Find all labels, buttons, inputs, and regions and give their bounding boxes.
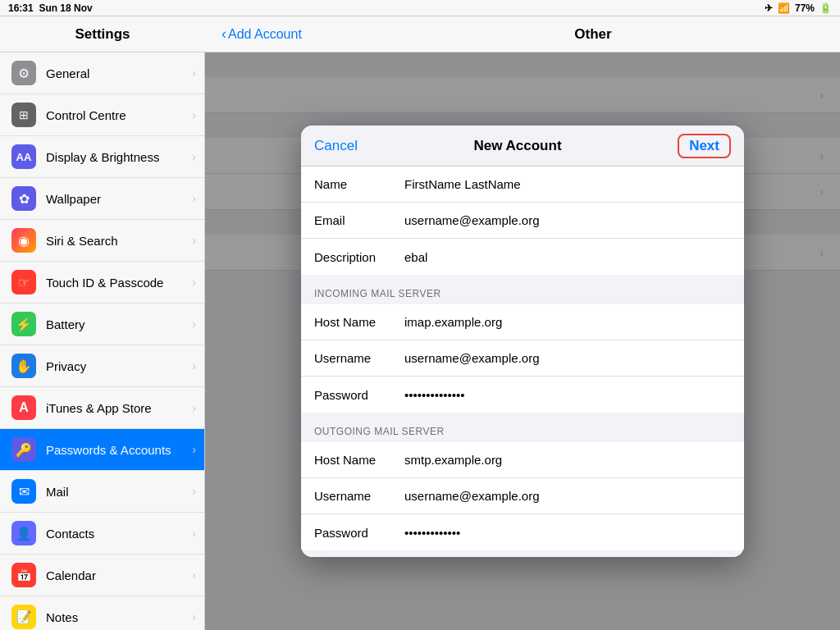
battery-icon: 🔋	[819, 2, 832, 14]
back-label: Add Account	[228, 27, 302, 42]
sidebar-label-touchid: Touch ID & Passcode	[46, 276, 163, 290]
touchid-icon: ☞	[11, 270, 36, 294]
incoming-password-label: Password	[314, 388, 404, 402]
sidebar-item-notes[interactable]: 📝 Notes ›	[0, 596, 204, 630]
sidebar-label-display: Display & Brightness	[46, 150, 159, 164]
modal-bottom-gap	[301, 550, 744, 557]
status-icons: ✈ 📶 77% 🔋	[765, 2, 832, 14]
back-chevron-icon: ‹	[221, 25, 226, 43]
privacy-icon: ✋	[11, 354, 36, 378]
settings-title: Settings	[0, 26, 205, 43]
incoming-hostname-label: Host Name	[314, 315, 404, 329]
sidebar-label-notes: Notes	[46, 610, 78, 624]
sidebar-item-touchid[interactable]: ☞ Touch ID & Passcode ›	[0, 262, 204, 304]
display-icon: AA	[11, 144, 36, 169]
modal-row-outgoing-username[interactable]: Username username@example.org	[301, 478, 744, 514]
chevron-icon: ›	[192, 443, 196, 456]
description-value: ebal	[404, 250, 731, 264]
modal-row-outgoing-hostname[interactable]: Host Name smtp.example.org	[301, 442, 744, 478]
sidebar-label-calendar: Calendar	[46, 568, 96, 582]
sidebar-label-general: General	[46, 66, 89, 80]
modal-basic-section: Name FirstName LastName Email username@e…	[301, 167, 744, 275]
mail-icon: ✉	[11, 479, 36, 504]
chevron-icon: ›	[192, 192, 196, 205]
modal-backdrop: Cancel New Account Next Name FirstName L…	[205, 52, 840, 630]
next-button[interactable]: Next	[678, 134, 731, 158]
controlcentre-icon: ⊞	[11, 103, 36, 127]
modal-row-name[interactable]: Name FirstName LastName	[301, 167, 744, 203]
sidebar-item-contacts[interactable]: 👤 Contacts ›	[0, 513, 204, 555]
chevron-icon: ›	[192, 317, 196, 331]
sidebar-item-mail[interactable]: ✉ Mail ›	[0, 471, 204, 513]
modal-row-outgoing-password[interactable]: Password •••••••••••••	[301, 514, 744, 550]
sidebar-item-itunes[interactable]: A iTunes & App Store ›	[0, 387, 204, 429]
chevron-icon: ›	[192, 276, 196, 289]
chevron-icon: ›	[192, 234, 196, 247]
sidebar-label-passwords: Passwords & Accounts	[46, 443, 171, 457]
battery-label: 77%	[795, 2, 815, 14]
sidebar-label-contacts: Contacts	[46, 527, 94, 541]
status-bar: 16:31 Sun 18 Nov ✈ 📶 77% 🔋	[0, 0, 840, 16]
name-value: FirstName LastName	[404, 177, 731, 191]
sidebar-label-itunes: iTunes & App Store	[46, 401, 152, 415]
sidebar-item-controlcentre[interactable]: ⊞ Control Centre ›	[0, 94, 204, 136]
modal-row-incoming-password[interactable]: Password ••••••••••••••	[301, 377, 744, 413]
incoming-server-header: INCOMING MAIL SERVER	[301, 281, 744, 304]
outgoing-hostname-label: Host Name	[314, 453, 404, 467]
email-label: Email	[314, 213, 404, 227]
outgoing-password-label: Password	[314, 526, 404, 540]
incoming-username-label: Username	[314, 351, 404, 365]
sidebar-item-privacy[interactable]: ✋ Privacy ›	[0, 345, 204, 387]
sidebar-label-battery: Battery	[46, 317, 85, 331]
chevron-icon: ›	[192, 527, 196, 540]
sidebar-item-siri[interactable]: ◉ Siri & Search ›	[0, 220, 204, 262]
chevron-icon: ›	[192, 108, 196, 121]
modal-row-incoming-hostname[interactable]: Host Name imap.example.org	[301, 304, 744, 340]
modal-row-email[interactable]: Email username@example.org	[301, 203, 744, 239]
description-label: Description	[314, 250, 404, 264]
sidebar: ⚙ General › ⊞ Control Centre › AA Displa…	[0, 52, 205, 630]
itunes-icon: A	[11, 395, 36, 420]
notes-icon: 📝	[11, 605, 36, 629]
sidebar-label-mail: Mail	[46, 485, 69, 499]
modal-title: New Account	[474, 138, 562, 154]
content-area: ⚙ General › ⊞ Control Centre › AA Displa…	[0, 52, 840, 630]
sidebar-label-siri: Siri & Search	[46, 234, 118, 248]
incoming-username-value: username@example.org	[404, 351, 731, 365]
right-panel-title: Other	[574, 26, 611, 43]
chevron-icon: ›	[192, 150, 196, 163]
chevron-icon: ›	[192, 568, 196, 582]
wifi-icon: 📶	[778, 2, 790, 14]
modal-row-incoming-username[interactable]: Username username@example.org	[301, 340, 744, 377]
cancel-button[interactable]: Cancel	[314, 138, 358, 154]
modal-new-account: Cancel New Account Next Name FirstName L…	[301, 126, 744, 557]
outgoing-hostname-value: smtp.example.org	[404, 453, 731, 467]
siri-icon: ◉	[11, 228, 36, 253]
sidebar-item-display[interactable]: AA Display & Brightness ›	[0, 136, 204, 178]
general-icon: ⚙	[11, 61, 36, 85]
modal-row-description[interactable]: Description ebal	[301, 239, 744, 275]
sidebar-item-calendar[interactable]: 📅 Calendar ›	[0, 555, 204, 596]
outgoing-password-value: •••••••••••••	[404, 526, 731, 540]
outgoing-server-header: OUTGOING MAIL SERVER	[301, 419, 744, 442]
modal-gap-2	[301, 413, 744, 419]
calendar-icon: 📅	[11, 563, 36, 587]
modal-content: Name FirstName LastName Email username@e…	[301, 167, 744, 557]
sidebar-item-wallpaper[interactable]: ✿ Wallpaper ›	[0, 178, 204, 220]
incoming-hostname-value: imap.example.org	[404, 315, 731, 329]
chevron-icon: ›	[192, 485, 196, 498]
name-label: Name	[314, 177, 404, 191]
contacts-icon: 👤	[11, 521, 36, 546]
back-button[interactable]: ‹ Add Account	[205, 25, 469, 43]
chevron-icon: ›	[192, 359, 196, 372]
sidebar-item-passwords[interactable]: 🔑 Passwords & Accounts ›	[0, 429, 204, 471]
passwords-icon: 🔑	[11, 437, 36, 462]
sidebar-label-privacy: Privacy	[46, 359, 86, 373]
nav-right-section: Other	[469, 26, 717, 43]
sidebar-item-battery[interactable]: ⚡ Battery ›	[0, 304, 204, 345]
sidebar-item-general[interactable]: ⚙ General ›	[0, 52, 204, 94]
status-time: 16:31 Sun 18 Nov	[8, 2, 93, 14]
sidebar-label-controlcentre: Control Centre	[46, 108, 126, 122]
battery-icon-sidebar: ⚡	[11, 312, 36, 336]
chevron-icon: ›	[192, 610, 196, 623]
